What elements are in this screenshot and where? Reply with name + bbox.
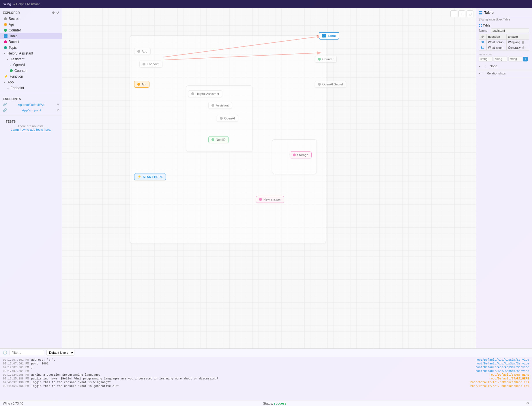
delete-row-0-button[interactable]: 🗑 — [521, 40, 525, 44]
log-message-6: loggin this to the console "What is Wing… — [31, 381, 468, 384]
sidebar-item-endpoint[interactable]: ○ Endpoint — [0, 85, 62, 91]
right-panel-header: Table — [476, 8, 532, 17]
log-link-0[interactable]: root/Default/App/AppSim/Service — [475, 358, 529, 362]
canvas-node-nextid[interactable]: NextID — [208, 136, 229, 143]
counter-dot-icon — [4, 29, 7, 32]
clock-icon: 🕐 — [3, 351, 7, 355]
log-link-4[interactable]: root/Default/START_HERE — [489, 373, 529, 377]
sidebar-item-assistant[interactable]: ▾ Assistant — [0, 56, 62, 62]
tests-empty-message: There are no tests. — [3, 124, 59, 128]
canvas-node-nextid-label: NextID — [216, 138, 226, 141]
log-link-3[interactable]: root/Default/App/AppSim/Service — [475, 370, 529, 373]
name-row: Name assistant — [479, 28, 529, 33]
relationships-icon: ⋯ — [482, 72, 484, 75]
endpoints-header: ENDPOINTS — [0, 96, 62, 102]
canvas-node-table[interactable]: Table — [319, 32, 339, 40]
canvas-node-endpoint[interactable]: Endpoint — [139, 61, 162, 68]
canvas-node-helpful-assistant[interactable]: Helpful Assistant — [188, 90, 222, 97]
sidebar-item-openai[interactable]: ▸ OpenAI — [0, 62, 62, 68]
right-panel-title: Table — [484, 10, 494, 15]
chevron-down-icon: ▾ — [4, 52, 5, 55]
log-link-5[interactable]: root/Default/START_HERE — [489, 377, 529, 380]
window-subtitle: – Helpful Assistant — [14, 2, 40, 6]
log-entry-1: 02:17:07.561 PM port: 3001 root/Default/… — [3, 362, 529, 366]
sidebar-label-topic: Topic — [9, 46, 17, 50]
relationships-section[interactable]: ▸ ⋯ Relationships — [476, 70, 532, 77]
chevron-right-icon-openai: ▸ — [10, 64, 11, 66]
secret-dot-icon — [4, 17, 7, 20]
log-link-1[interactable]: root/Default/App/AppSim/Service — [475, 362, 529, 365]
topic-dot-icon — [4, 46, 7, 49]
log-time-1: 02:17:07.561 PM — [3, 362, 29, 365]
sidebar-label-app: App — [8, 80, 14, 84]
sidebar-label-table: Table — [9, 34, 18, 38]
canvas-node-api-label: Api — [142, 83, 146, 86]
new-row-input-string-3[interactable] — [508, 57, 522, 61]
zoom-out-button[interactable]: − — [450, 10, 457, 17]
endpoint-api-root[interactable]: 🔗 Api root/Default/Api ↗ — [0, 102, 62, 107]
sidebar-item-function[interactable]: ⚡ Function — [0, 74, 62, 79]
node-section-label: Node — [490, 64, 497, 68]
sidebar-item-counter-nested[interactable]: Counter — [0, 68, 62, 74]
delete-row-1-button[interactable]: 🗑 — [521, 46, 526, 49]
canvas-node-app[interactable]: App — [134, 48, 151, 55]
canvas-node-counter[interactable]: Counter — [315, 56, 337, 63]
sidebar-item-counter[interactable]: Counter — [0, 27, 62, 33]
zoom-in-button[interactable]: + — [458, 10, 465, 17]
log-entry-4: 02:17:24.205 PM asking a question $progr… — [3, 373, 529, 377]
log-entry-5: 02:17:25.188 PM publishing joke: $Hello!… — [3, 377, 529, 381]
node-section[interactable]: ▸ ⋮⋮ Node — [476, 63, 532, 70]
sidebar-item-secret[interactable]: Secret — [0, 16, 62, 22]
endpoints-section: ENDPOINTS 🔗 Api root/Default/Api ↗ 🔗 App… — [0, 95, 62, 114]
col-header-id: id* — [479, 34, 487, 40]
log-link-6[interactable]: root/Default/Api/OnRequestHandler9 — [470, 381, 529, 384]
tests-section: TESTS There are no tests. Learn how to a… — [0, 117, 62, 134]
share-icon-api[interactable]: ↗ — [56, 103, 59, 106]
tests-learn-link[interactable]: Learn how to add tests here. — [11, 128, 51, 131]
sidebar-refresh-icon[interactable]: ↺ — [56, 11, 59, 15]
sidebar-divider-1 — [0, 94, 62, 94]
sidebar-label-endpoint: Endpoint — [10, 86, 24, 90]
sidebar-label-assistant: Assistant — [10, 57, 25, 61]
log-link-7[interactable]: root/Default/Api/OnRequestHandler9 — [470, 385, 529, 388]
new-row-section: NEW ROW + — [476, 52, 532, 63]
log-message-1: port: 3001 — [31, 362, 473, 365]
new-row-input-string-2[interactable] — [494, 57, 507, 61]
log-message-0: address: '::', — [31, 358, 473, 362]
cell-question-1: What is gen — [486, 45, 506, 50]
cell-question-0: What is Win — [486, 40, 506, 45]
sidebar-item-api[interactable]: Api — [0, 22, 62, 27]
sidebar-item-app[interactable]: ▾ App — [0, 79, 62, 85]
log-filter-input[interactable] — [10, 350, 44, 355]
add-row-button[interactable]: + — [523, 57, 528, 61]
canvas-node-api[interactable]: Api — [134, 81, 149, 88]
canvas-node-assistant[interactable]: Assistant — [208, 102, 232, 109]
canvas-node-start-here[interactable]: ⚡ START HERE — [134, 173, 166, 180]
new-row-inputs: + — [479, 57, 529, 61]
endpoint-app[interactable]: 🔗 App/Endpoint ↗ — [0, 107, 62, 113]
sidebar-item-bucket[interactable]: Bucket — [0, 39, 62, 45]
sidebar-label-counter: Counter — [9, 28, 21, 32]
canvas-node-openai-secret[interactable]: OpenAI Secret — [315, 81, 346, 88]
log-time-2: 02:17:07.561 PM — [3, 366, 29, 369]
table-row: 31 What is gen Generativ 🗑 — [479, 45, 529, 50]
sidebar-settings-icon[interactable]: ⚙ — [52, 11, 55, 15]
log-level-select[interactable]: Default levels — [46, 350, 74, 356]
new-row-input-string-1[interactable] — [479, 57, 493, 61]
sidebar-item-topic[interactable]: Topic — [0, 45, 62, 50]
canvas-node-openai[interactable]: OpenAI — [217, 115, 238, 122]
canvas-node-new-answer[interactable]: New answer — [256, 196, 284, 203]
canvas-area: − + ⊞ App — [62, 8, 476, 348]
data-table: id* question answer 30 What is Win Wingl… — [479, 34, 529, 50]
endpoint-node-dot — [143, 63, 145, 66]
settings-gear-icon[interactable]: ⚙ — [526, 401, 529, 405]
share-icon-app[interactable]: ↗ — [56, 108, 59, 112]
app-node-dot — [137, 50, 140, 53]
right-panel-table-section: Table Name assistant id* question answer — [476, 23, 532, 52]
sidebar-item-table[interactable]: Table — [0, 33, 62, 39]
log-link-2[interactable]: root/Default/App/AppSim/Service — [475, 366, 529, 369]
canvas-node-storage[interactable]: Storage — [290, 151, 312, 158]
expand-button[interactable]: ⊞ — [467, 10, 473, 17]
canvas-node-storage-label: Storage — [297, 153, 308, 157]
sidebar-item-helpful-assistant[interactable]: ▾ Helpful Assistant — [0, 50, 62, 56]
